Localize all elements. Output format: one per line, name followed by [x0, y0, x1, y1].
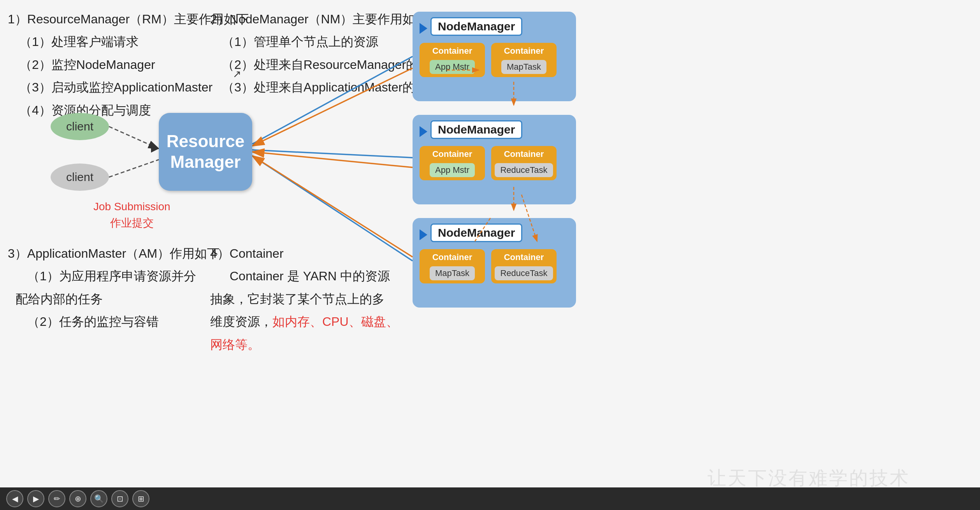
nm1-arrow-icon [420, 23, 427, 34]
toolbar-back-button[interactable]: ◀ [6, 490, 23, 507]
nm1-containers: Container App Mstr Container MapTask [420, 43, 569, 77]
svg-line-4 [252, 150, 413, 158]
section4: 4）Container Container 是 YARN 中的资源 抽象，它封装… [210, 241, 399, 357]
toolbar-edit-button[interactable]: ✏ [48, 490, 65, 507]
svg-line-1 [109, 160, 159, 177]
nm2-container2: Container ReduceTask [491, 146, 557, 180]
section2: 2）NodeManager（NM）主要作用如下 （1）管理单个节点上的资源 （2… [210, 7, 443, 100]
nodemanager2-panel: NodeManager Container App Mstr Container… [413, 115, 576, 204]
rm-line1: Resource [167, 131, 245, 152]
watermark: 让天下没有难学的技术 [708, 466, 910, 491]
section3-item1b: 配给内部的任务 [16, 288, 220, 310]
nm1-title-text: NodeManager [438, 20, 515, 33]
section4-body4-red: 网络等。 [210, 334, 399, 355]
nm3-title: NodeManager [430, 223, 522, 242]
nm3-title-text: NodeManager [438, 226, 515, 239]
section4-body2: 抽象，它封装了某个节点上的多 [210, 288, 399, 310]
nm1-maptask: MapTask [501, 60, 546, 74]
nm2-container1: Container App Mstr [420, 146, 485, 180]
job-submission-line2: 作业提交 [93, 215, 170, 231]
rm-line2: Manager [167, 152, 245, 172]
nm2-containers: Container App Mstr Container ReduceTask [420, 146, 569, 180]
nm2-container2-label: Container [504, 149, 544, 159]
svg-line-0 [109, 127, 159, 149]
nodemanager3-panel: NodeManager Container MapTask Container … [413, 218, 576, 308]
rm-text: Resource Manager [167, 131, 245, 172]
section4-body3-red: 如内存、CPU、磁盘、 [272, 315, 399, 329]
section2-item2: （2）处理来自ResourceManager的命令 [222, 54, 443, 75]
nm2-title: NodeManager [430, 120, 522, 139]
nm3-maptask: MapTask [430, 266, 475, 280]
nm1-container2: Container MapTask [491, 43, 557, 77]
toolbar-zoom-button[interactable]: 🔍 [90, 490, 107, 507]
svg-line-7 [252, 152, 413, 167]
section4-body3-text: 维度资源， [210, 315, 272, 329]
section3: 3）ApplicationMaster（AM）作用如下 （1）为应用程序申请资源… [8, 241, 220, 334]
nm2-arrow-icon [420, 126, 427, 137]
toolbar-forward-button[interactable]: ▶ [27, 490, 44, 507]
nm2-title-text: NodeManager [438, 123, 515, 136]
nm1-container1-label: Container [432, 46, 472, 56]
section2-item3: （3）处理来自ApplicationMaster的命令 [222, 77, 443, 98]
nm2-container1-label: Container [432, 149, 472, 159]
main-content: 1）ResourceManager（RM）主要作用如下 （1）处理客户端请求 （… [0, 0, 980, 510]
nm2-title-row: NodeManager [420, 120, 569, 143]
client1-label: client [66, 120, 93, 133]
nodemanager1-panel: NodeManager Container App Mstr Container… [413, 12, 576, 101]
section4-body1: Container 是 YARN 中的资源 [230, 266, 399, 287]
section3-item2: （2）任务的监控与容错 [27, 311, 220, 332]
toolbar-add-button[interactable]: ⊕ [69, 490, 86, 507]
nm1-appmstr: App Mstr [430, 60, 475, 74]
client1-ellipse: client [51, 113, 109, 140]
section4-body3: 维度资源，如内存、CPU、磁盘、 [210, 311, 399, 332]
section4-title: 4）Container [210, 243, 399, 264]
job-submission-line1: Job Submission [93, 199, 170, 215]
nm3-containers: Container MapTask Container ReduceTask [420, 249, 569, 283]
nm2-reducetask: ReduceTask [495, 163, 553, 177]
section2-title: 2）NodeManager（NM）主要作用如下 [210, 9, 443, 30]
resource-manager-box: Resource Manager [159, 113, 252, 191]
svg-marker-2 [151, 145, 159, 153]
nm1-container1: Container App Mstr [420, 43, 485, 77]
nm1-container2-label: Container [504, 46, 544, 56]
nm3-arrow-icon [420, 229, 427, 240]
section3-item1: （1）为应用程序申请资源并分 [27, 266, 220, 287]
toolbar-grid-button[interactable]: ⊞ [132, 490, 149, 507]
client2-ellipse: client [51, 164, 109, 191]
nm2-appmstr: App Mstr [430, 163, 475, 177]
nm3-container1-label: Container [432, 252, 472, 262]
nm1-title: NodeManager [430, 17, 522, 36]
nm3-title-row: NodeManager [420, 223, 569, 246]
toolbar-fit-button[interactable]: ⊡ [111, 490, 128, 507]
nm3-container2-label: Container [504, 252, 544, 262]
section2-item1: （1）管理单个节点上的资源 [222, 31, 443, 52]
nm1-title-row: NodeManager [420, 17, 569, 40]
bottom-toolbar: ◀ ▶ ✏ ⊕ 🔍 ⊡ ⊞ [0, 487, 980, 510]
section3-title: 3）ApplicationMaster（AM）作用如下 [8, 243, 220, 264]
job-submission-label: Job Submission 作业提交 [93, 199, 170, 231]
nm3-reducetask: ReduceTask [495, 266, 553, 280]
nm3-container1: Container MapTask [420, 249, 485, 283]
nm3-container2: Container ReduceTask [491, 249, 557, 283]
client2-label: client [66, 171, 93, 184]
